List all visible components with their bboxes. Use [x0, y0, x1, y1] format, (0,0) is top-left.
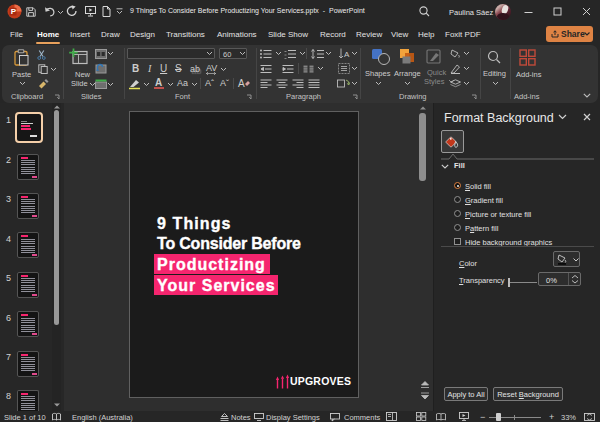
svg-text:A: A — [344, 50, 350, 59]
svg-text:P: P — [11, 7, 17, 16]
svg-text:A: A — [238, 78, 245, 89]
